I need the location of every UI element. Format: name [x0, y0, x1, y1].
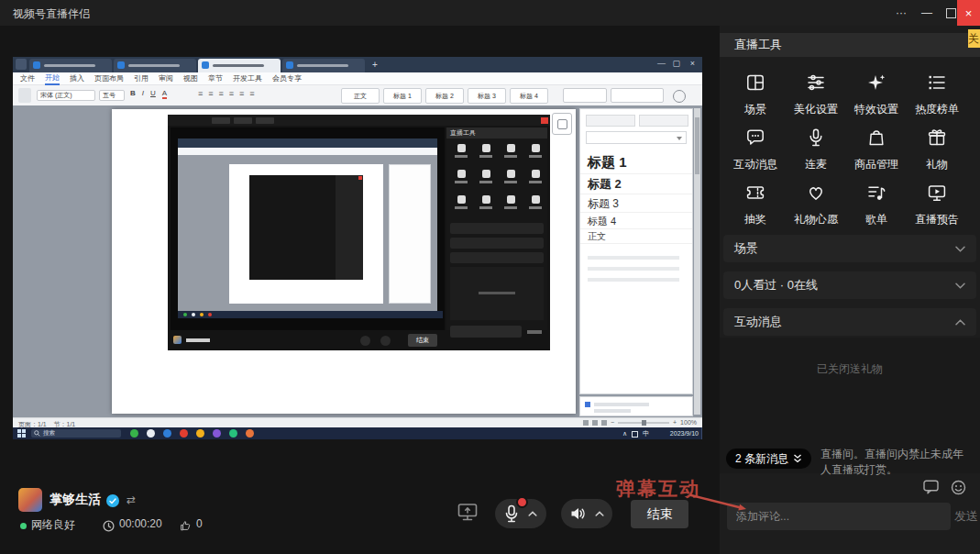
live-room-notice: 直播间。直播间内禁止未成年 人直播或打赏。: [820, 447, 980, 478]
nested-app-icon: [208, 313, 212, 316]
menu-item: 视图: [183, 72, 198, 84]
text-bar: [128, 64, 180, 67]
more-menu-button[interactable]: ···: [888, 0, 914, 26]
end-stream-button[interactable]: 结束: [631, 500, 688, 528]
zoom-knob: [642, 420, 646, 426]
tool-live-preview[interactable]: 直播预告: [907, 182, 967, 227]
tool-scene[interactable]: 场景: [725, 72, 786, 117]
nested-tool-tile: [476, 144, 496, 158]
close-button[interactable]: ×: [957, 0, 980, 26]
verified-badge-icon: [106, 494, 119, 507]
emoji-button[interactable]: [951, 480, 966, 499]
notice-line: 人直播或打赏。: [820, 462, 980, 478]
send-button[interactable]: 发送: [954, 503, 978, 530]
nested-app-icon: [183, 313, 187, 316]
tool-beauty-settings[interactable]: 美化设置: [786, 72, 846, 117]
tool-gifts[interactable]: 礼物: [907, 127, 967, 172]
chevron-up-icon: [955, 319, 965, 326]
nested-nested-screenshot: [178, 138, 437, 318]
taskbar-tray: ∧ 中: [622, 429, 649, 438]
font-name-box: 宋体 (正文): [37, 90, 95, 101]
selection-mini-pane: [579, 396, 693, 416]
tool-gift-wishes[interactable]: 礼物心愿: [786, 182, 846, 227]
chevron-up-icon: [595, 511, 604, 516]
section-label: 场景: [734, 240, 758, 257]
tutorial-annotation-text: 弹幕互动: [616, 476, 700, 502]
nested-video-preview: [171, 127, 445, 330]
wps-ribbon: 宋体 (正文) 五号 BIUA ≡≡≡≡≡≡ 正文 标题 1 标题 2 标题 3…: [13, 85, 702, 106]
wps-document-tab: [114, 59, 196, 72]
pane-tab-chip: [639, 115, 688, 127]
tool-playlist[interactable]: 歌单: [846, 182, 907, 227]
text-bar: [594, 403, 649, 406]
style-chip: 正文: [341, 88, 380, 104]
nested-send-label: [527, 330, 542, 334]
danmaku-toggle-button[interactable]: [923, 480, 939, 498]
tool-co-stream[interactable]: 连麦: [786, 127, 846, 172]
speaker-button[interactable]: [561, 499, 612, 528]
nested-bottom-bar: 结束: [168, 333, 445, 349]
nested-tool-tile: [525, 144, 545, 158]
nested-tool-tile: [501, 144, 521, 158]
text-bar: [588, 267, 679, 271]
nested-tool-tile: [451, 195, 471, 209]
tool-effects-settings[interactable]: 特效设置: [846, 72, 907, 117]
document-scrollbar: [694, 108, 700, 415]
tool-label: 歌单: [846, 212, 907, 227]
chat-panel-icon: [923, 480, 939, 494]
section-interactive-messages[interactable]: 互动消息: [723, 308, 976, 336]
ribbon-tool-box: [611, 88, 664, 103]
style-item: 标题 2: [580, 175, 692, 194]
scene-grid-icon: [744, 72, 766, 94]
tray-icon: [632, 431, 638, 438]
tool-lottery[interactable]: 抽奖: [725, 182, 786, 227]
new-messages-badge[interactable]: 2 条新消息: [726, 449, 811, 469]
screen-capture-preview: + — ▢ × 文件 开始 插入 页面布局 引用 审阅 视图 章节 开发工具 会…: [13, 57, 702, 439]
nested-app-icon: [192, 313, 195, 316]
network-status-dot: [20, 523, 27, 529]
stream-duration: 00:00:20: [119, 517, 162, 530]
windows-taskbar: 搜索 ∧ 中 2023/9/10: [13, 427, 702, 439]
heart-wish-icon: [805, 182, 827, 204]
lottery-ticket-icon: [744, 182, 766, 204]
live-tools-header: 直播工具: [720, 33, 980, 57]
scrollbar-thumb: [695, 117, 699, 174]
close-banner-tag[interactable]: 关: [968, 29, 980, 48]
menu-item-selected: 开始: [45, 72, 60, 85]
tool-interactive-messages[interactable]: 互动消息: [725, 127, 786, 172]
nested-message-area: [450, 267, 544, 320]
styles-pane: 标题 1 标题 2 标题 3 标题 4 正文: [579, 108, 693, 394]
screen-share-icon: [457, 503, 479, 521]
comment-input[interactable]: [727, 503, 951, 530]
tool-label: 抽奖: [725, 212, 786, 227]
minimize-button[interactable]: —: [914, 0, 940, 26]
speaker-icon: [569, 505, 586, 522]
nested-section-row: [450, 238, 544, 249]
style-item: 正文: [580, 230, 692, 244]
streamer-avatar[interactable]: [18, 488, 42, 512]
menu-item: 引用: [134, 72, 149, 84]
chat-bubble-icon: [744, 127, 766, 149]
view-mode-icon: [583, 420, 589, 426]
nested-tab-chip: [212, 117, 230, 124]
screen-share-button[interactable]: [457, 503, 479, 525]
mic-notification-dot: [516, 496, 528, 508]
nested-tool-tile: [501, 170, 521, 183]
tool-heat-ranking[interactable]: 热度榜单: [907, 72, 967, 117]
tool-label: 互动消息: [725, 157, 786, 172]
text-bar: [479, 292, 515, 294]
gift-closed-text: 已关闭送礼物: [720, 361, 980, 377]
notice-line: 直播间。直播间内禁止未成年: [820, 447, 980, 462]
nested-speaker-button: [380, 336, 391, 346]
font-style-buttons: BIUA: [130, 89, 167, 99]
swap-account-icon[interactable]: ⇄: [127, 493, 136, 506]
search-label: 搜索: [43, 429, 55, 438]
section-viewers[interactable]: 0人看过 · 0在线: [723, 271, 976, 299]
tool-product-management[interactable]: 商品管理: [846, 127, 907, 172]
nested-tab-chip: [234, 117, 252, 124]
taskbar-app-icon: [130, 429, 138, 438]
section-scene[interactable]: 场景: [723, 235, 976, 262]
beauty-sliders-icon: [805, 72, 827, 94]
clock-icon: [103, 519, 115, 536]
live-assistant-window: 视频号直播伴侣 ··· — × + — ▢ × 文件 开始 插入 页面布局 引用…: [0, 0, 980, 554]
